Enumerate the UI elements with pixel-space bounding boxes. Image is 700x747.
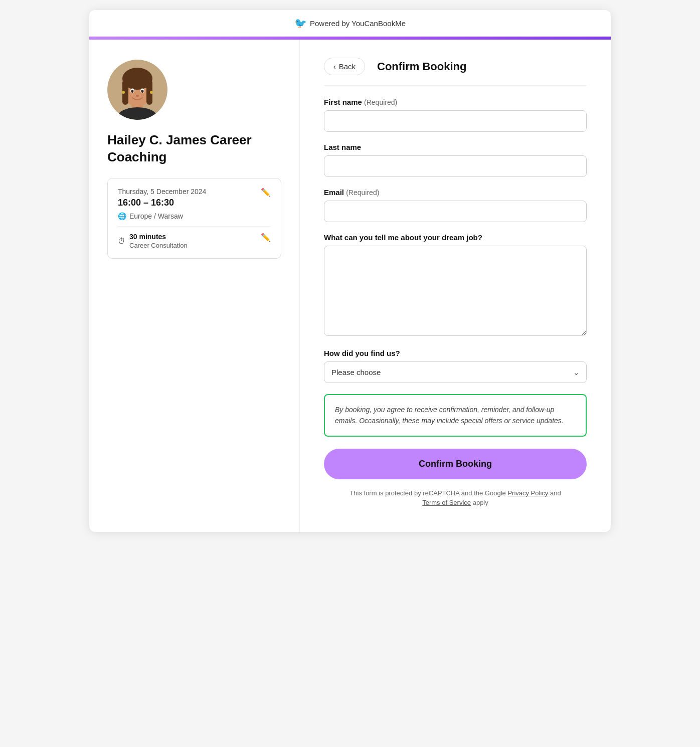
card-divider [118,226,271,227]
avatar-image [107,60,167,120]
brand-logo: 🐦 Powered by YouCanBookMe [294,17,406,29]
how-found-group: How did you find us? Please choose Googl… [324,349,587,383]
duration-row: ⏱ 30 minutes Career Consultation ✏️ [118,233,271,249]
last-name-input[interactable] [324,155,587,177]
back-button[interactable]: ‹ Back [324,58,365,75]
booking-date: Thursday, 5 December 2024 [118,188,206,196]
svg-point-10 [141,90,144,93]
edit-datetime-icon[interactable]: ✏️ [261,188,271,197]
globe-icon: 🌐 [118,212,126,220]
recaptcha-text-start: This form is protected by reCAPTCHA and … [349,489,505,497]
email-input[interactable] [324,201,587,222]
powered-by-text: Powered by YouCanBookMe [310,19,406,28]
right-panel: ‹ Back Confirm Booking First name (Requi… [300,40,611,532]
session-type: Career Consultation [129,242,188,249]
logo-icon: 🐦 [294,17,307,29]
email-required: (Required) [346,189,379,197]
booking-info-card: Thursday, 5 December 2024 16:00 – 16:30 … [107,178,281,259]
consent-box: By booking, you agree to receive confirm… [324,394,587,437]
chevron-left-icon: ‹ [333,63,336,71]
booking-date-time: Thursday, 5 December 2024 16:00 – 16:30 … [118,188,206,220]
svg-point-11 [136,95,139,97]
how-found-label: How did you find us? [324,349,587,357]
left-panel: Hailey C. James Career Coaching Thursday… [89,40,300,532]
page-title: Hailey C. James Career Coaching [107,132,281,166]
dream-job-textarea[interactable] [324,246,587,336]
dream-job-group: What can you tell me about your dream jo… [324,233,587,338]
email-label: Email (Required) [324,188,587,197]
svg-point-13 [150,91,153,94]
first-name-group: First name (Required) [324,98,587,132]
duration-label: 30 minutes [129,233,188,241]
svg-point-12 [122,91,125,94]
duration-info: 30 minutes Career Consultation [129,233,188,249]
booking-card-header: Thursday, 5 December 2024 16:00 – 16:30 … [118,188,271,220]
avatar [107,60,167,120]
email-group: Email (Required) [324,188,587,222]
apply-text: apply [473,499,488,506]
clock-icon: ⏱ [118,237,125,245]
svg-point-9 [131,90,134,93]
timezone-label: Europe / Warsaw [129,212,183,220]
top-bar: 🐦 Powered by YouCanBookMe [89,10,611,37]
dream-job-label: What can you tell me about your dream jo… [324,233,587,242]
first-name-required: (Required) [364,98,397,106]
confirm-booking-button[interactable]: Confirm Booking [324,449,587,479]
confirm-booking-title: Confirm Booking [377,60,466,73]
booking-modal: 🐦 Powered by YouCanBookMe [89,10,611,532]
how-found-select[interactable]: Please choose Google Search Social Media… [324,361,587,383]
duration-left: ⏱ 30 minutes Career Consultation [118,233,188,249]
edit-duration-icon[interactable]: ✏️ [261,233,271,242]
last-name-group: Last name [324,143,587,177]
back-label: Back [339,62,356,71]
first-name-label: First name (Required) [324,98,587,106]
privacy-policy-link[interactable]: Privacy Policy [507,489,548,497]
right-header: ‹ Back Confirm Booking [324,58,587,86]
terms-of-service-link[interactable]: Terms of Service [422,499,471,506]
first-name-input[interactable] [324,110,587,132]
and-text: and [550,489,561,497]
last-name-label: Last name [324,143,587,151]
main-content: Hailey C. James Career Coaching Thursday… [89,40,611,532]
how-found-select-wrapper: Please choose Google Search Social Media… [324,361,587,383]
booking-time: 16:00 – 16:30 [118,198,206,208]
booking-timezone: 🌐 Europe / Warsaw [118,212,206,220]
recaptcha-notice: This form is protected by reCAPTCHA and … [324,488,587,508]
consent-text: By booking, you agree to receive confirm… [335,404,576,427]
